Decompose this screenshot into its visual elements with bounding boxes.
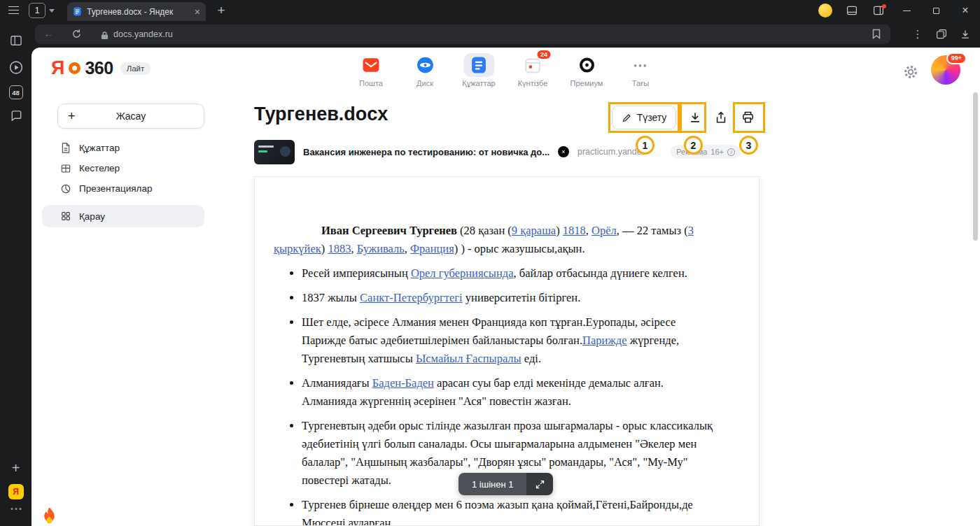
share-icon xyxy=(714,111,728,125)
doc-link[interactable]: 9 қараша xyxy=(512,224,556,237)
docs-app: Я 360 Лайт Пошта Диск Құжаттар 24 xyxy=(31,48,980,526)
doc-link[interactable]: Ысмайыл Ғаспыралы xyxy=(416,352,522,365)
doc-text: ) xyxy=(556,224,563,237)
menu-icon[interactable] xyxy=(8,6,21,15)
downloads-icon[interactable] xyxy=(953,24,977,44)
doc-link[interactable]: Орёл xyxy=(592,224,617,237)
pencil-icon xyxy=(622,113,632,123)
scrollbar-thumb[interactable] xyxy=(973,92,978,241)
doc-text: , байлар отбасында дүниеге келген. xyxy=(513,266,687,280)
ad-source[interactable]: practicum.yandex xyxy=(578,147,646,157)
lock-icon[interactable] xyxy=(101,30,108,43)
browser-window: 1 Тургенев.docx - Яндек × + × ← xyxy=(0,0,980,526)
ad-label: Реклама xyxy=(676,148,707,156)
settings-gear-icon[interactable] xyxy=(903,64,918,83)
doc-link[interactable]: Санкт-Петербургтегі xyxy=(360,291,463,304)
yandex-360-logo[interactable]: Я 360 Лайт xyxy=(51,59,150,78)
panel-icon[interactable] xyxy=(839,0,865,21)
doc-link[interactable]: Буживаль xyxy=(357,242,405,255)
document-icon xyxy=(60,142,71,154)
sidebar-item-tables[interactable]: Кестелер xyxy=(42,158,204,178)
doc-intro-paragraph: Иван Сергеевич Тургенев (28 қазан (9 қар… xyxy=(274,222,717,258)
doc-link[interactable]: 1883 xyxy=(328,242,351,255)
nav-item-disk[interactable]: Диск xyxy=(407,53,442,87)
rail-add-icon[interactable]: + xyxy=(12,460,20,476)
doc-text: университетін бітірген. xyxy=(463,291,581,304)
doc-link[interactable]: 1818 xyxy=(563,224,586,237)
reload-icon[interactable] xyxy=(71,29,82,42)
doc-text: (28 қазан ( xyxy=(457,224,512,237)
flame-icon[interactable] xyxy=(41,506,58,526)
ya-logo-letter: Я xyxy=(51,59,64,78)
address-bar: ← docs.yandex.ru Тургенев.docx - Яндекс … xyxy=(0,21,980,48)
nav-item-calendar[interactable]: 24 Күнтізбе xyxy=(515,53,550,87)
logo-360-text: 360 xyxy=(85,59,113,77)
kebab-menu-icon[interactable]: ⋮ xyxy=(906,24,930,44)
ad-thumbnail[interactable] xyxy=(254,140,295,164)
fullscreen-button[interactable] xyxy=(526,473,553,495)
notification-badge: 99+ xyxy=(946,52,967,64)
url-domain: docs.yandex.ru xyxy=(113,29,173,39)
ad-headline[interactable]: Вакансия инженера по тестированию: от но… xyxy=(303,147,550,157)
new-tab-button[interactable]: + xyxy=(213,2,230,19)
create-button[interactable]: + Жасау xyxy=(57,104,204,129)
edit-button[interactable]: Түзету xyxy=(612,106,676,129)
nav-item-more[interactable]: ⋯ Тағы xyxy=(623,53,658,87)
nav-item-premium[interactable]: Премиум xyxy=(569,53,604,87)
sidebar-panel-icon[interactable] xyxy=(865,0,892,21)
doc-link[interactable]: Франция xyxy=(410,242,454,255)
doc-text: Ресей империясының xyxy=(302,266,411,280)
download-button[interactable] xyxy=(684,106,706,129)
url-field[interactable]: ← docs.yandex.ru xyxy=(35,24,890,44)
nav-item-mail[interactable]: Пошта xyxy=(354,53,388,87)
back-icon[interactable]: ← xyxy=(43,27,54,39)
doc-bullet: Ресей империясының Орел губерниясында, б… xyxy=(302,264,717,283)
side-panel-toggle-icon[interactable] xyxy=(10,35,22,46)
sidebar-item-presentations[interactable]: Презентациялар xyxy=(42,178,204,199)
page-count: 1 ішінен 1 xyxy=(458,473,526,495)
user-avatar[interactable]: 99+ xyxy=(931,55,960,85)
doc-text: , xyxy=(586,224,592,237)
doc-link[interactable]: Баден-Баден xyxy=(372,376,434,390)
doc-text: ) xyxy=(321,242,328,255)
print-button[interactable] xyxy=(736,106,759,129)
maximize-button[interactable] xyxy=(921,0,951,21)
bookmark-icon[interactable] xyxy=(872,29,881,42)
practicum-logo-icon: × xyxy=(558,146,569,157)
minimize-button[interactable] xyxy=(892,0,921,21)
mail-icon xyxy=(362,57,381,73)
close-button[interactable]: × xyxy=(951,0,980,21)
sidebar-item-documents[interactable]: Құжаттар xyxy=(42,138,204,158)
info-icon[interactable]: i xyxy=(727,148,735,156)
tab-close-icon[interactable]: × xyxy=(195,7,200,17)
tab-group-indicator[interactable]: 1 xyxy=(29,3,46,18)
print-icon xyxy=(741,111,755,125)
doc-link[interactable]: Орел губерниясында xyxy=(411,266,514,280)
presentation-icon xyxy=(60,183,71,194)
video-play-icon[interactable] xyxy=(8,60,23,75)
doc-text: 1837 жылы xyxy=(302,291,360,304)
service-48-icon[interactable]: 48 xyxy=(9,85,23,99)
doc-text: Тургенев бірнеше өлеңдер мен 6 поэма жаз… xyxy=(302,498,693,526)
expand-icon xyxy=(535,479,545,490)
nav-item-docs[interactable]: Құжаттар xyxy=(461,53,496,87)
sidebar-item-view[interactable]: Қарау xyxy=(42,205,204,227)
services-nav: Пошта Диск Құжаттар 24 Күнтізбе Премиум xyxy=(354,53,658,87)
rail-more-icon[interactable] xyxy=(10,508,21,510)
share-button[interactable] xyxy=(710,106,732,129)
doc-bullet: 1837 жылы Санкт-Петербургтегі университе… xyxy=(302,289,717,307)
sidebar-item-label: Кестелер xyxy=(79,163,120,173)
profile-button[interactable] xyxy=(812,0,839,21)
ad-label-pill: Реклама 16+ i xyxy=(671,145,741,159)
document-view: Тургенев.docx Түзету 1 2 3 xyxy=(241,90,980,526)
sidebar-item-label: Қарау xyxy=(79,211,105,222)
ad-banner[interactable]: Вакансия инженера по тестированию: от но… xyxy=(254,139,760,164)
chevron-down-icon[interactable] xyxy=(49,9,55,13)
chat-icon[interactable] xyxy=(9,109,22,122)
browser-tab[interactable]: Тургенев.docx - Яндек × xyxy=(67,2,206,21)
plan-badge: Лайт xyxy=(120,62,151,75)
yandex-app-icon[interactable]: Я xyxy=(8,484,24,499)
collections-icon[interactable] xyxy=(930,24,953,44)
doc-link[interactable]: Парижде xyxy=(582,334,626,347)
sidebar-item-label: Құжаттар xyxy=(79,143,120,153)
